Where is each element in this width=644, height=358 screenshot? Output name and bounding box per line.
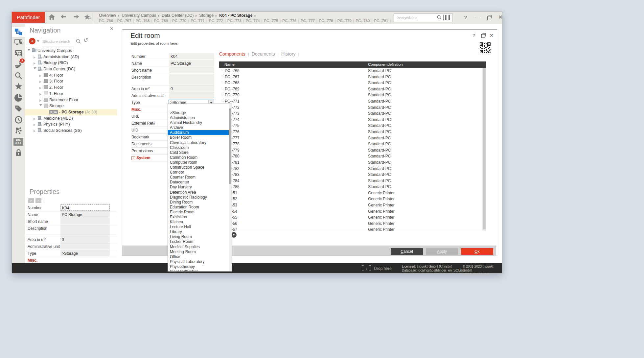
dropdown-option[interactable]: Education Room bbox=[168, 205, 229, 210]
sidebar-item-charts[interactable] bbox=[12, 92, 25, 103]
property-value[interactable] bbox=[60, 218, 110, 225]
dropdown-option[interactable]: Auditorium bbox=[168, 130, 229, 135]
discard-icon[interactable]: ✕ bbox=[35, 198, 41, 203]
dropdown-option[interactable]: Lecture Hall bbox=[168, 225, 229, 229]
dropdown-option[interactable]: Cold Store bbox=[168, 150, 229, 155]
table-row[interactable]: PC--777Standard-PC bbox=[219, 135, 486, 141]
dropdown-scrollbar-thumb[interactable] bbox=[229, 108, 231, 184]
dropdown-option[interactable]: Classroom bbox=[168, 145, 229, 150]
dropdown-option[interactable]: Datacenter bbox=[168, 180, 229, 185]
dropdown-option[interactable]: Administration bbox=[168, 115, 229, 120]
tab-history[interactable]: History bbox=[281, 51, 296, 57]
breadcrumb-item[interactable]: Data Center (DC) bbox=[162, 13, 194, 18]
form-value[interactable] bbox=[169, 92, 214, 99]
dropdown-option[interactable]: Common Room bbox=[168, 155, 229, 160]
tree-item[interactable]: University Campus bbox=[25, 48, 117, 54]
dialog-help-icon[interactable]: ? bbox=[470, 32, 478, 39]
ok-button[interactable]: Ok bbox=[461, 248, 493, 255]
tree-item[interactable]: 1. Floor bbox=[25, 91, 117, 97]
table-row[interactable]: PR--51Generic Printer bbox=[219, 190, 486, 196]
dropdown-option[interactable]: Library bbox=[168, 229, 229, 234]
tree-item[interactable]: Physics (PHY) bbox=[25, 121, 117, 128]
search-input[interactable] bbox=[396, 14, 437, 21]
recent-item[interactable]: PC--776 bbox=[282, 19, 296, 23]
tree-closed-arrow-icon[interactable] bbox=[39, 91, 43, 97]
tree-item[interactable]: Medicine (MED) bbox=[25, 115, 117, 122]
refresh-icon[interactable]: ↺ bbox=[83, 37, 88, 44]
table-row[interactable]: PC--774Standard-PC bbox=[219, 117, 486, 123]
dropdown-option[interactable]: Medical Supplies bbox=[168, 245, 229, 250]
table-row[interactable]: PC--772Standard-PC bbox=[219, 105, 486, 111]
tree-closed-arrow-icon[interactable] bbox=[34, 121, 37, 128]
dropdown-option[interactable]: Living Room bbox=[168, 234, 229, 239]
dropdown-option[interactable]: Office bbox=[168, 254, 229, 259]
table-row[interactable]: PC--776Standard-PC bbox=[219, 129, 486, 135]
dropdown-option[interactable]: Electric Room bbox=[168, 210, 229, 215]
dropdown-option[interactable]: Day Nursery bbox=[168, 185, 229, 190]
table-row[interactable]: PC--783Standard-PC bbox=[219, 172, 486, 178]
sidebar-item-favorites[interactable] bbox=[12, 81, 25, 92]
back-icon[interactable] bbox=[59, 14, 68, 22]
tab-documents[interactable]: Documents bbox=[252, 51, 275, 57]
sidebar-item-ip-address[interactable]: 192.0.0.1 bbox=[12, 136, 25, 147]
tree-item[interactable]: 4. Floor bbox=[25, 72, 117, 79]
tree-open-arrow-icon[interactable] bbox=[28, 48, 32, 54]
dropdown-option[interactable]: Corridor bbox=[168, 170, 229, 175]
tree-open-arrow-icon[interactable] bbox=[34, 66, 37, 72]
tree-item[interactable]: Basement Floor bbox=[25, 97, 117, 103]
minimize-button[interactable]: — bbox=[473, 14, 482, 21]
tree-closed-arrow-icon[interactable] bbox=[34, 60, 37, 66]
table-row[interactable]: PC--781Standard-PC bbox=[219, 159, 486, 166]
expand-plus-icon[interactable]: + bbox=[131, 156, 135, 160]
form-value[interactable] bbox=[169, 74, 214, 85]
tree-item[interactable]: Social Sciences (SS) bbox=[25, 128, 117, 134]
dialog-maximize-icon[interactable] bbox=[479, 32, 487, 39]
recent-item[interactable]: PC--769 bbox=[154, 19, 168, 23]
forward-icon[interactable] bbox=[72, 14, 80, 22]
sidebar-item-history[interactable] bbox=[12, 114, 25, 125]
form-value[interactable]: PC Storage bbox=[169, 60, 214, 66]
recent-item[interactable]: PC--781 bbox=[374, 19, 388, 23]
dropdown-option[interactable]: >Storage bbox=[168, 110, 229, 115]
recent-item[interactable]: PC--770 bbox=[172, 19, 186, 23]
tree-item[interactable]: Biology (BIO) bbox=[25, 60, 117, 66]
dropdown-option[interactable]: Meeting-Room bbox=[168, 250, 229, 254]
dropdown-option[interactable]: Diagnostic Radiology bbox=[168, 195, 229, 200]
table-row[interactable]: PC--780Standard-PC bbox=[219, 153, 486, 159]
dropdown-option[interactable]: Physiotherapy bbox=[168, 264, 229, 269]
dropdown-option[interactable]: Chemical Laboratory bbox=[168, 140, 229, 145]
tree-closed-arrow-icon[interactable] bbox=[34, 115, 37, 122]
property-value[interactable] bbox=[60, 243, 110, 250]
table-row[interactable]: PC--785Standard-PC bbox=[219, 184, 486, 190]
recent-item[interactable]: PC--767 bbox=[117, 19, 131, 23]
recent-item[interactable]: PC--772 bbox=[209, 19, 223, 23]
form-value[interactable]: 0 bbox=[169, 85, 214, 92]
tree-closed-arrow-icon[interactable] bbox=[34, 128, 37, 134]
table-row[interactable]: PR--55Generic Printer bbox=[219, 214, 486, 221]
table-row[interactable]: PC--778Standard-PC bbox=[219, 141, 486, 147]
breadcrumb-item[interactable]: University Campus bbox=[122, 13, 156, 18]
sidebar-item-tags[interactable] bbox=[12, 103, 25, 114]
recent-item[interactable]: PC--775 bbox=[264, 19, 278, 23]
search-icon[interactable] bbox=[437, 15, 442, 21]
table-row[interactable]: PR--53Generic Printer bbox=[219, 202, 486, 208]
recent-item[interactable]: PC--771 bbox=[191, 19, 205, 23]
table-row[interactable]: PC--782Standard-PC bbox=[219, 166, 486, 172]
dropdown-option[interactable]: Dining Room bbox=[168, 200, 229, 205]
recent-item[interactable]: PC--768 bbox=[136, 19, 150, 23]
confirm-icon[interactable]: ✔ bbox=[28, 198, 34, 203]
app-logo[interactable]: Pathfinder bbox=[12, 12, 45, 23]
dropdown-option[interactable]: Physical Laboratory bbox=[168, 259, 229, 264]
recent-item[interactable]: PC--774 bbox=[246, 19, 260, 23]
apply-button[interactable]: Apply bbox=[426, 248, 458, 255]
table-row[interactable]: PC--773Standard-PC bbox=[219, 110, 486, 117]
tree-closed-arrow-icon[interactable] bbox=[39, 84, 43, 91]
breadcrumb-item[interactable]: K04 - PC Storage bbox=[219, 13, 252, 18]
dropdown-option[interactable]: Detention Area bbox=[168, 190, 229, 195]
table-row[interactable]: PC--769Standard-PC bbox=[219, 86, 486, 92]
property-value[interactable]: K04 bbox=[60, 204, 110, 211]
maximize-button[interactable] bbox=[485, 14, 494, 21]
recent-item[interactable]: PC--773 bbox=[227, 19, 242, 23]
table-row[interactable]: PR--54Generic Printer bbox=[219, 208, 486, 215]
help-button[interactable]: ? bbox=[461, 14, 470, 21]
